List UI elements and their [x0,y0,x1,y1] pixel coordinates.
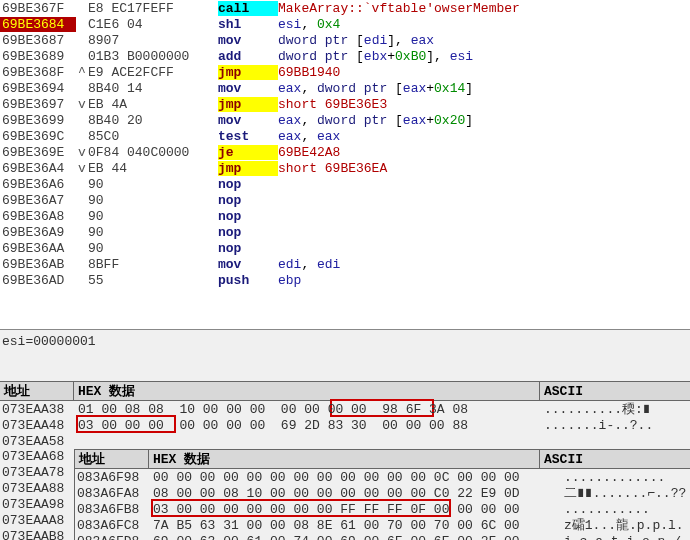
dump-row[interactable]: 073EAA3801 00 08 08 10 00 00 00 00 00 00… [0,401,690,417]
dump-hex: 01 00 08 08 10 00 00 00 00 00 00 00 98 6… [74,402,540,417]
dump-address: 083A6FA8 [75,486,149,501]
dump-ascii: z礵1...龍.p.p.l. [560,516,690,534]
mnemonic: mov [218,81,278,96]
dump-row[interactable]: 083A6FD869 00 63 00 61 00 74 00 69 00 6F… [75,533,690,540]
address: 69BE36A4 [0,161,76,176]
dump-ascii: ..........稬:∎ [540,400,690,418]
dump-row[interactable]: 073EAA4803 00 00 00 00 00 00 00 69 2D 83… [0,417,690,433]
dump-row[interactable]: 083A6FC87A B5 63 31 00 00 08 8E 61 00 70… [75,517,690,533]
bytes: 90 [88,177,218,192]
bytes: E8 EC17FEFF [88,1,218,16]
disasm-row[interactable]: 69BE36A8 90nop [0,208,690,224]
disasm-row[interactable]: 69BE36A7 90nop [0,192,690,208]
address: 69BE36AD [0,273,76,288]
disasm-row[interactable]: 69BE36A9 90nop [0,224,690,240]
dump-address: 083A6FC8 [75,518,149,533]
operands: eax, dword ptr [eax+0x14] [278,81,690,96]
address: 69BE3687 [0,33,76,48]
mnemonic: jmp [218,65,278,80]
col-ascii: ASCII [540,384,690,399]
jump-arrow [76,1,88,16]
hex-dump-outer[interactable]: 地址 HEX 数据 ASCII 073EAA3801 00 08 08 10 0… [0,381,690,540]
dump-header: 地址 HEX 数据 ASCII [0,381,690,401]
dump-row[interactable]: 083A6F9800 00 00 00 00 00 00 00 00 00 00… [75,469,690,485]
mnemonic: test [218,129,278,144]
dump-row[interactable]: 083A6FB803 00 00 00 00 00 00 00 FF FF FF… [75,501,690,517]
bytes: 8B40 14 [88,81,218,96]
dump-row[interactable]: 083A6FA808 00 00 08 10 00 00 00 00 00 00… [75,485,690,501]
jump-arrow [76,129,88,144]
disasm-row[interactable]: 69BE367F E8 EC17FEFFcallMakeArray::`vfta… [0,0,690,16]
jump-arrow: v [76,97,88,112]
operands: esi, 0x4 [278,17,690,32]
bytes: 85C0 [88,129,218,144]
col-address: 地址 [75,450,149,468]
jump-arrow [76,225,88,240]
jump-arrow [76,177,88,192]
disasm-row[interactable]: 69BE3697vEB 4Ajmpshort 69BE36E3 [0,96,690,112]
outer-address: 073EAA68 [2,449,64,465]
address: 69BE36AA [0,241,76,256]
address: 69BE3694 [0,81,76,96]
mnemonic: nop [218,209,278,224]
disasm-row[interactable]: 69BE3684 C1E6 04shlesi, 0x4 [0,16,690,32]
address: 69BE36A8 [0,209,76,224]
operands: MakeArray::`vftable'owserMember [278,1,690,16]
bytes: 8907 [88,33,218,48]
address: 69BE36A6 [0,177,76,192]
outer-address: 073EAAA8 [2,513,64,529]
outer-address: 073EAA78 [2,465,64,481]
address: 69BE368F [0,65,76,80]
dump-hex: 69 00 63 00 61 00 74 00 69 00 6F 00 6E 0… [149,534,560,541]
mnemonic: jmp [218,97,278,112]
dump-header-inner: 地址 HEX 数据 ASCII [75,449,690,469]
dump-hex: 08 00 00 08 10 00 00 00 00 00 00 00 C0 2… [149,486,560,501]
mnemonic: add [218,49,278,64]
operands: eax, eax [278,129,690,144]
bytes: 90 [88,209,218,224]
dump-ascii: ........... [560,502,690,517]
dump-row[interactable]: 073EAA58 [0,433,690,449]
jump-arrow [76,113,88,128]
jump-arrow [76,33,88,48]
operands: short 69BE36EA [278,161,690,176]
dump-address: 073EAA38 [0,402,74,417]
operands: eax, dword ptr [eax+0x20] [278,113,690,128]
disasm-row[interactable]: 69BE369Ev0F84 040C0000je69BE42A8 [0,144,690,160]
jump-arrow: ^ [76,65,88,80]
address: 69BE36A9 [0,225,76,240]
jump-arrow [76,49,88,64]
operands: ebp [278,273,690,288]
disasm-row[interactable]: 69BE36A4vEB 44jmpshort 69BE36EA [0,160,690,176]
mnemonic: mov [218,113,278,128]
bytes: 90 [88,225,218,240]
disasm-row[interactable]: 69BE3687 8907movdword ptr [edi], eax [0,32,690,48]
mnemonic: jmp [218,161,278,176]
hex-dump-inner[interactable]: 地址 HEX 数据 ASCII 083A6F9800 00 00 00 00 0… [74,449,690,540]
dump-ascii: 二∎∎.......⌐..?? [560,484,690,502]
mnemonic: je [218,145,278,160]
disasm-row[interactable]: 69BE36AD 55pushebp [0,272,690,288]
mnemonic: nop [218,225,278,240]
address: 69BE3697 [0,97,76,112]
disasm-row[interactable]: 69BE36A6 90nop [0,176,690,192]
disasm-row[interactable]: 69BE3699 8B40 20moveax, dword ptr [eax+0… [0,112,690,128]
disasm-row[interactable]: 69BE3689 01B3 B0000000adddword ptr [ebx+… [0,48,690,64]
disassembly-pane[interactable]: 69BE367F E8 EC17FEFFcallMakeArray::`vfta… [0,0,690,330]
disasm-row[interactable]: 69BE36AA 90nop [0,240,690,256]
address: 69BE3684 [0,17,76,32]
bytes: 90 [88,241,218,256]
mnemonic: mov [218,257,278,272]
disasm-row[interactable]: 69BE369C 85C0testeax, eax [0,128,690,144]
dump-ascii: .......i-..?.. [540,418,690,433]
jump-arrow [76,17,88,32]
operands: dword ptr [ebx+0xB0], esi [278,49,690,64]
disasm-row[interactable]: 69BE368F^E9 ACE2FCFFjmp69BB1940 [0,64,690,80]
jump-arrow: v [76,145,88,160]
bytes: 8BFF [88,257,218,272]
bytes: E9 ACE2FCFF [88,65,218,80]
disasm-row[interactable]: 69BE36AB 8BFFmovedi, edi [0,256,690,272]
disasm-row[interactable]: 69BE3694 8B40 14moveax, dword ptr [eax+0… [0,80,690,96]
dump-address: 083A6F98 [75,470,149,485]
outer-address-column: 073EAA68073EAA78073EAA88073EAA98073EAAA8… [2,449,64,540]
